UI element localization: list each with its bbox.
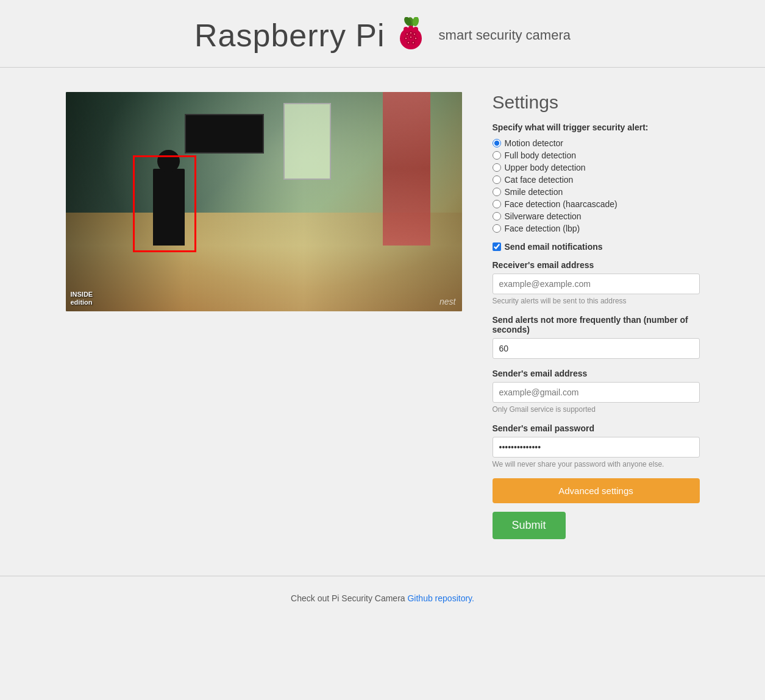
page-header: Raspberry Pi smart security camera (0, 0, 765, 68)
radio-upper-body-input[interactable] (493, 163, 501, 172)
settings-panel: Settings Specify what will trigger secur… (493, 92, 700, 539)
github-link[interactable]: Github repository. (407, 593, 474, 603)
svg-point-24 (412, 42, 413, 43)
radio-silverware-input[interactable] (493, 212, 501, 221)
frequency-input[interactable] (493, 338, 700, 359)
receiver-email-group: Receiver's email address Security alerts… (493, 260, 700, 305)
sender-email-group: Sender's email address Only Gmail servic… (493, 369, 700, 414)
main-content: INSIDE edition nest Settings Specify wha… (48, 68, 718, 564)
receiver-email-input[interactable] (493, 274, 700, 294)
radio-full-body[interactable]: Full body detection (493, 150, 700, 160)
svg-point-8 (416, 32, 421, 37)
svg-point-19 (413, 34, 415, 35)
email-notification-checkbox[interactable] (493, 242, 501, 251)
sender-password-input[interactable] (493, 437, 700, 458)
nest-watermark: nest (439, 297, 455, 306)
inside-edition-watermark: INSIDE edition (71, 291, 93, 306)
radio-silverware[interactable]: Silverware detection (493, 211, 700, 221)
svg-point-22 (415, 38, 416, 39)
radio-full-body-input[interactable] (493, 151, 501, 160)
svg-point-18 (410, 32, 411, 34)
svg-point-20 (405, 38, 406, 39)
svg-point-7 (401, 32, 406, 37)
svg-point-4 (404, 27, 408, 32)
radio-face-haar-input[interactable] (493, 200, 501, 208)
page-footer: Check out Pi Security Camera Github repo… (0, 576, 765, 620)
detection-box (133, 155, 196, 252)
radio-upper-body-label: Upper body detection (505, 163, 586, 172)
sender-password-hint: We will never share your password with a… (493, 460, 700, 468)
camera-scene: INSIDE edition nest (66, 92, 462, 311)
radio-motion[interactable]: Motion detector (493, 138, 700, 148)
curtain-element (383, 92, 430, 246)
svg-point-23 (407, 42, 408, 43)
receiver-email-hint: Security alerts will be sent to this add… (493, 297, 700, 305)
receiver-email-label: Receiver's email address (493, 260, 700, 270)
camera-section: INSIDE edition nest (66, 92, 462, 311)
radio-face-haar-label: Face detection (haarcascade) (505, 199, 617, 209)
radio-smile-input[interactable] (493, 188, 501, 196)
radio-motion-label: Motion detector (505, 138, 564, 148)
frequency-label: Send alerts not more frequently than (nu… (493, 315, 700, 334)
sender-password-label: Sender's email password (493, 423, 700, 433)
radio-cat-face[interactable]: Cat face detection (493, 175, 700, 185)
settings-title: Settings (493, 92, 700, 113)
svg-point-21 (410, 37, 411, 38)
detection-radio-group: Motion detector Full body detection Uppe… (493, 138, 700, 233)
camera-feed: INSIDE edition nest (66, 92, 462, 311)
radio-cat-face-label: Cat face detection (505, 175, 574, 185)
svg-point-17 (406, 34, 407, 35)
raspberry-pi-logo (393, 17, 429, 54)
radio-silverware-label: Silverware detection (505, 211, 582, 221)
tv-element (185, 114, 264, 154)
email-notification-label: Send email notifications (505, 242, 603, 252)
radio-face-lbp[interactable]: Face detection (lbp) (493, 224, 700, 233)
radio-upper-body[interactable]: Upper body detection (493, 163, 700, 172)
sender-email-input[interactable] (493, 382, 700, 403)
radio-smile[interactable]: Smile detection (493, 187, 700, 197)
radio-cat-face-input[interactable] (493, 175, 501, 184)
radio-full-body-label: Full body detection (505, 150, 577, 160)
svg-point-5 (408, 26, 413, 30)
radio-face-lbp-input[interactable] (493, 224, 501, 233)
trigger-label: Specify what will trigger security alert… (493, 122, 700, 132)
sender-email-hint: Only Gmail service is supported (493, 405, 700, 414)
sender-email-label: Sender's email address (493, 369, 700, 378)
advanced-settings-button[interactable]: Advanced settings (493, 478, 700, 503)
radio-face-haar[interactable]: Face detection (haarcascade) (493, 199, 700, 209)
radio-smile-label: Smile detection (505, 187, 563, 197)
frequency-group: Send alerts not more frequently than (nu… (493, 315, 700, 359)
svg-point-6 (413, 27, 418, 32)
email-notification-checkbox-label[interactable]: Send email notifications (493, 242, 700, 252)
page-subtitle: smart security camera (439, 27, 571, 43)
footer-text: Check out Pi Security Camera (291, 593, 407, 603)
window-element (283, 103, 331, 180)
radio-motion-input[interactable] (493, 139, 501, 147)
submit-button[interactable]: Submit (493, 512, 566, 539)
page-title: Raspberry Pi (194, 17, 385, 54)
sender-password-group: Sender's email password We will never sh… (493, 423, 700, 468)
radio-face-lbp-label: Face detection (lbp) (505, 224, 580, 233)
